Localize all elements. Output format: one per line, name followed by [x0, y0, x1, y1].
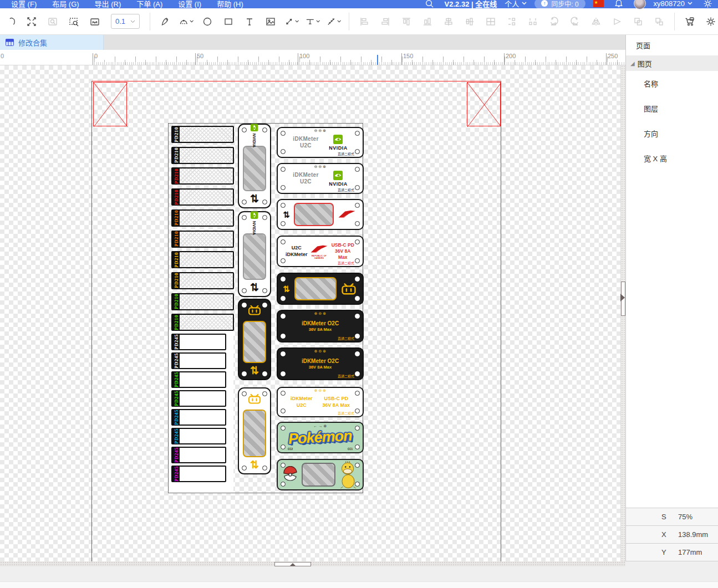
- rotate-left-tool[interactable]: [547, 14, 561, 29]
- ruler-label: 200: [506, 53, 516, 59]
- label-row-pd210[interactable]: PD210: [171, 126, 234, 143]
- user-menu[interactable]: xy808720: [654, 0, 692, 8]
- device-plate[interactable]: ⊕ ⊖ ⊛ iDKMeter O2C 36V 8A Max 直通二模式: [277, 310, 364, 342]
- label-row-pd210[interactable]: PD210: [171, 167, 234, 185]
- panel-section-page[interactable]: ◢ 图页: [626, 55, 718, 71]
- label-row-pd245[interactable]: PD245: [171, 334, 226, 350]
- align-right-tool[interactable]: [378, 14, 393, 29]
- label-row-pd245[interactable]: PD245: [171, 409, 226, 426]
- updown-arrows-icon: ⇅: [250, 281, 259, 294]
- pokemon-logo: Pokémon: [288, 427, 353, 448]
- zoom-region-tool[interactable]: [45, 14, 60, 29]
- device-plate-vertical[interactable]: ⇅: [238, 299, 271, 380]
- gear-icon[interactable]: [700, 0, 715, 11]
- device-plate[interactable]: ⇄: [277, 273, 364, 305]
- label-row-pd210[interactable]: PD210: [171, 251, 234, 268]
- label-row-pd210[interactable]: PD210: [171, 231, 234, 248]
- label-row-pd210[interactable]: PD210: [171, 188, 234, 206]
- arc-tool[interactable]: [179, 14, 193, 29]
- panel-field: 图层: [626, 96, 718, 121]
- label-row-pd210[interactable]: PD210: [171, 272, 234, 289]
- image-tool[interactable]: [263, 14, 278, 29]
- ungroup-tool[interactable]: [652, 14, 666, 29]
- align-bottom-tool[interactable]: [420, 14, 435, 29]
- nvidia-logo-icon: [333, 170, 343, 181]
- flip-vertical-tool[interactable]: [610, 14, 624, 29]
- device-plate[interactable]: [277, 459, 364, 490]
- label-row-pd210[interactable]: PD210: [171, 147, 234, 164]
- menu-item[interactable]: 帮助 (H): [209, 0, 251, 9]
- horizontal-ruler: 0050100150200250: [0, 50, 625, 65]
- pen-tool[interactable]: [158, 14, 172, 29]
- grid-step-select[interactable]: 0.1: [111, 14, 140, 29]
- group-tool[interactable]: [631, 14, 645, 29]
- bottom-collapse-handle[interactable]: [274, 562, 311, 566]
- dimension-tool[interactable]: [305, 14, 320, 29]
- collapse-triangle-icon: ◢: [630, 60, 635, 67]
- align-center-horizontal-tool[interactable]: [462, 14, 477, 29]
- account-mode-dropdown[interactable]: 个人: [505, 0, 527, 9]
- bell-icon[interactable]: [612, 0, 626, 11]
- device-plate[interactable]: ⊖ ⊖ ⊛ iDKMeterU2C NVIDIA 直通二模式: [277, 127, 364, 158]
- menu-item[interactable]: 下单 (A): [129, 0, 170, 9]
- label-row-pd210[interactable]: PD210: [171, 209, 234, 227]
- tab-active[interactable]: 修改合集: [0, 35, 104, 50]
- device-plate[interactable]: ⇄: [277, 199, 364, 230]
- device-plate-vertical[interactable]: ⇅: [238, 387, 271, 474]
- label-row-pd210[interactable]: PD210: [171, 293, 234, 310]
- ellipse-tool[interactable]: [200, 14, 215, 29]
- device-plate[interactable]: ⊕ ⊖ ⊛ iDKMeter O2C 36V 8A Max 直通二模式: [277, 347, 364, 380]
- label-row-pd245[interactable]: PD245: [171, 390, 226, 407]
- canvas-horizontal-scrollbar[interactable]: [0, 561, 625, 566]
- menu-item[interactable]: 设置 (F): [3, 0, 44, 9]
- design-canvas[interactable]: PD210 PD210 PD210 PD210 PD210 PD210 PD21…: [0, 65, 625, 561]
- label-row-pd245[interactable]: PD245: [171, 466, 226, 482]
- zoom-marquee-tool[interactable]: [67, 14, 81, 29]
- label-row-pd210[interactable]: PD210: [171, 314, 234, 331]
- search-icon[interactable]: [422, 0, 437, 11]
- plate-model-text: iDKMeterU2C: [291, 396, 313, 408]
- swap-arrows-icon: ⇄: [282, 285, 292, 293]
- device-plate[interactable]: ← → ⊛ Pokémon CC2 CC1: [277, 422, 364, 453]
- device-plate-vertical[interactable]: NVIDIA ⇅: [238, 124, 271, 208]
- measure-tool[interactable]: [327, 14, 341, 29]
- sticker-sheet[interactable]: PD210 PD210 PD210 PD210 PD210 PD210 PD21…: [168, 123, 363, 493]
- pan-tool[interactable]: [3, 14, 18, 29]
- device-plate[interactable]: ⊕ ⊖ ⊛ iDKMeterU2C USB-C PD36V 8A Max 直通二…: [277, 387, 364, 417]
- menu-item[interactable]: 导出 (R): [87, 0, 129, 9]
- text-tool[interactable]: [242, 14, 257, 29]
- menu-item[interactable]: 设置 (I): [170, 0, 209, 9]
- panel-collapse-arrow[interactable]: [620, 294, 625, 301]
- align-top-tool[interactable]: [399, 14, 414, 29]
- fit-screen-tool[interactable]: [24, 14, 39, 29]
- device-plate[interactable]: ⊖ ⊖ ⊛ iDKMeterU2C NVIDIA 直通二模式: [277, 163, 364, 194]
- device-plate-vertical[interactable]: NVIDIA ⇅: [238, 211, 271, 297]
- canvas-vertical-scrollbar[interactable]: [620, 65, 625, 561]
- tab-bar: 修改合集: [0, 35, 625, 50]
- menu-item[interactable]: 布局 (G): [44, 0, 86, 9]
- distribute-vertical-tool[interactable]: [505, 14, 519, 29]
- rog-logo-icon: [337, 209, 357, 220]
- arrow-tool[interactable]: [284, 14, 299, 29]
- cart-tool[interactable]: [683, 14, 697, 29]
- page-preview-tool[interactable]: [88, 14, 102, 29]
- stat-row: S75%: [626, 508, 718, 525]
- label-row-pd245[interactable]: PD245: [171, 352, 226, 369]
- align-center-vertical-tool[interactable]: [441, 14, 456, 29]
- table-tool[interactable]: [483, 14, 498, 29]
- rotate-right-tool[interactable]: [568, 14, 582, 29]
- language-flag-button[interactable]: ★: [593, 0, 604, 7]
- sync-status-button[interactable]: ↑ 同步中: 0: [534, 0, 585, 9]
- label-row-pd245[interactable]: PD245: [171, 447, 226, 463]
- rectangle-tool[interactable]: [221, 14, 236, 29]
- device-plate[interactable]: U2CiDKMeter REPUBLIC OF GAMERS USB-C PD3…: [277, 236, 364, 267]
- flip-horizontal-tool[interactable]: [589, 14, 603, 29]
- avatar[interactable]: [634, 0, 646, 9]
- sync-cloud-icon: ↑: [541, 0, 548, 7]
- settings-tool[interactable]: [704, 14, 718, 29]
- label-row-pd245[interactable]: PD245: [171, 371, 226, 388]
- ruler-label: 0: [94, 53, 98, 59]
- distribute-horizontal-tool[interactable]: [526, 14, 540, 29]
- label-row-pd245[interactable]: PD245: [171, 428, 226, 444]
- align-left-tool[interactable]: [357, 14, 371, 29]
